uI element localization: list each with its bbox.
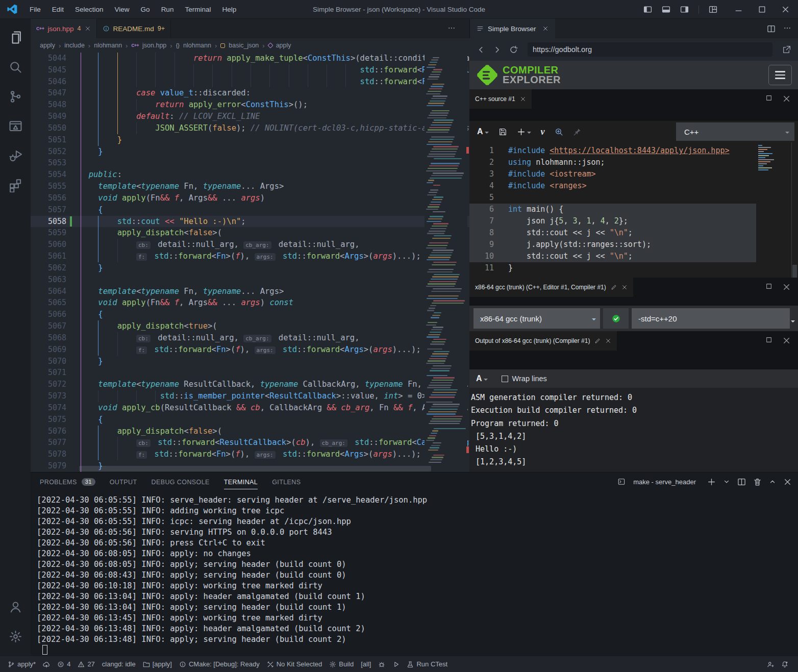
pane-close-icon[interactable] — [782, 283, 791, 291]
pane-close-icon[interactable] — [782, 336, 791, 345]
compiler-options-input[interactable]: -std=c++20 — [632, 308, 790, 329]
customize-layout-icon[interactable] — [709, 5, 717, 14]
status-git-branch[interactable]: apply* — [4, 656, 39, 672]
compiler-select[interactable]: x86-64 gcc (trunk) — [473, 308, 600, 329]
status-cmake-kit[interactable]: No Kit Selected — [263, 656, 326, 672]
font-size-icon[interactable]: A — [476, 374, 488, 383]
breadcrumb-item[interactable]: json.hpp — [142, 42, 166, 49]
breadcrumb-item[interactable]: nlohmann — [94, 42, 122, 49]
breadcrumb-item[interactable]: nlohmann — [183, 42, 211, 49]
menu-go[interactable]: Go — [135, 4, 156, 15]
editor-actions-more-icon[interactable] — [448, 24, 455, 32]
panel-tab-debug-console[interactable]: DEBUG CONSOLE — [152, 472, 210, 491]
status-warnings[interactable]: 27 — [74, 656, 98, 672]
back-icon[interactable] — [477, 45, 485, 54]
status-errors[interactable]: 4 — [54, 656, 74, 672]
rename-pane-icon[interactable] — [611, 284, 617, 290]
output-pane-tab[interactable]: Output of x86-64 gcc (trunk) (Compiler #… — [469, 331, 617, 351]
maximize-panel-icon[interactable] — [769, 478, 776, 485]
godbolt-source-editor[interactable]: 1#include <https://localhost:8443/apply/… — [469, 142, 798, 278]
wrap-lines-checkbox[interactable] — [502, 376, 508, 382]
toggle-sidebar-icon[interactable] — [643, 5, 652, 14]
menu-view[interactable]: View — [109, 4, 135, 15]
tab-close-icon[interactable] — [542, 26, 548, 32]
menu-terminal[interactable]: Terminal — [179, 4, 216, 15]
options-dropdown-icon[interactable] — [791, 320, 795, 325]
vim-mode-icon[interactable]: v — [541, 127, 545, 137]
breadcrumb-item[interactable]: include — [64, 42, 85, 49]
window-maximize-icon[interactable] — [758, 5, 766, 14]
activitybar-explorer[interactable] — [0, 24, 31, 51]
search-icon[interactable] — [555, 128, 563, 136]
editor-tab-json.hpp[interactable]: C++json.hpp4 — [31, 19, 97, 38]
breadcrumb-item[interactable]: apply — [40, 42, 55, 49]
status-feedback[interactable] — [763, 656, 778, 672]
window-close-icon[interactable] — [781, 5, 790, 14]
save-icon[interactable] — [498, 128, 507, 136]
activitybar-source-control[interactable] — [0, 83, 31, 110]
menu-file[interactable]: File — [24, 4, 46, 15]
activitybar-run-debug[interactable] — [0, 142, 31, 169]
status-debug-target[interactable] — [375, 656, 389, 672]
compiler-explorer-logo-text[interactable]: COMPILER EXPLORER — [503, 65, 561, 85]
terminal-title[interactable]: make - serve_header — [633, 478, 696, 486]
tab-close-icon[interactable] — [85, 26, 91, 32]
split-editor-icon[interactable] — [767, 24, 776, 33]
terminal-dropdown-icon[interactable] — [723, 478, 730, 485]
kill-terminal-icon[interactable] — [753, 478, 762, 486]
language-select[interactable]: C++ — [676, 122, 794, 141]
new-terminal-icon[interactable] — [707, 478, 716, 486]
breadcrumb-item[interactable]: apply — [276, 42, 291, 49]
toggle-panel-icon[interactable] — [662, 5, 670, 14]
activitybar-extensions[interactable] — [0, 172, 31, 198]
font-size-icon[interactable]: A — [477, 127, 489, 136]
pane-maximize-icon[interactable] — [765, 283, 772, 290]
more-actions-icon[interactable] — [784, 24, 791, 32]
status-launch-target[interactable] — [389, 656, 403, 672]
panel-tab-terminal[interactable]: TERMINAL — [224, 472, 258, 491]
pane-maximize-icon[interactable] — [765, 336, 772, 343]
menu-help[interactable]: Help — [216, 4, 242, 15]
activitybar-accounts[interactable] — [0, 593, 31, 620]
window-minimize-icon[interactable] — [734, 5, 743, 14]
split-terminal-icon[interactable] — [737, 478, 746, 486]
menu-hamburger-icon[interactable] — [768, 65, 792, 85]
pane-close-icon[interactable] — [520, 96, 526, 102]
activitybar-search[interactable] — [0, 54, 31, 80]
menu-edit[interactable]: Edit — [46, 4, 69, 15]
status-cmake-folder[interactable]: [apply] — [139, 656, 176, 672]
close-panel-icon[interactable] — [783, 478, 792, 486]
menu-selection[interactable]: Selection — [69, 4, 109, 15]
status-notifications[interactable] — [778, 656, 792, 672]
panel-tab-output[interactable]: OUTPUT — [110, 472, 137, 491]
status-sync-changes[interactable] — [39, 656, 54, 672]
status-build-target[interactable]: [all] — [357, 656, 375, 672]
pin-icon[interactable] — [573, 128, 582, 136]
status-run-ctest[interactable]: Run CTest — [403, 656, 451, 672]
rename-pane-icon[interactable] — [594, 338, 601, 344]
editor-tab-README.md[interactable]: README.md9+ — [97, 19, 171, 38]
terminal-output[interactable]: [2022-04-30 06:05:55] INFO: serve_header… — [37, 495, 427, 645]
menu-run[interactable]: Run — [156, 4, 180, 15]
status-cmake-build[interactable]: Build — [326, 656, 357, 672]
pane-close-icon[interactable] — [782, 94, 791, 103]
activitybar-live-preview[interactable] — [0, 113, 31, 139]
activitybar-settings[interactable] — [0, 623, 31, 650]
panel-tab-gitlens[interactable]: GITLENS — [272, 472, 301, 491]
horizontal-scrollbar[interactable] — [79, 466, 431, 471]
url-input[interactable]: https://godbolt.org — [528, 42, 772, 57]
minimap[interactable] — [425, 53, 467, 472]
breadcrumb-item[interactable]: basic_json — [229, 42, 259, 49]
reload-icon[interactable] — [509, 45, 518, 54]
pane-maximize-icon[interactable] — [765, 94, 772, 102]
panel-tab-problems[interactable]: PROBLEMS31 — [40, 472, 95, 491]
status-clangd-status[interactable]: clangd: idle — [98, 656, 139, 672]
pane-close-icon[interactable] — [621, 284, 628, 290]
forward-icon[interactable] — [493, 45, 502, 54]
status-cmake-status[interactable]: CMake: [Debug]: Ready — [176, 656, 263, 672]
pane-close-icon[interactable] — [605, 338, 611, 344]
open-external-icon[interactable] — [782, 45, 791, 54]
compiler-pane-tab[interactable]: x86-64 gcc (trunk) (C++, Editor #1, Comp… — [469, 278, 633, 297]
add-pane-icon[interactable] — [517, 128, 531, 136]
tab-simple-browser[interactable]: Simple Browser — [470, 19, 555, 38]
